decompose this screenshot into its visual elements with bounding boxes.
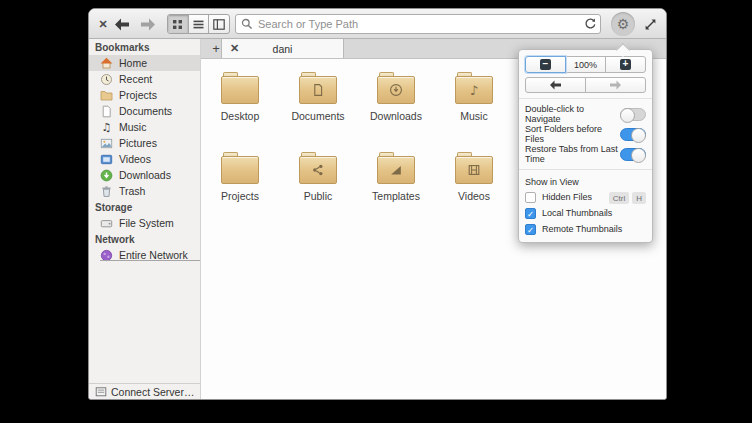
folder-label: Documents <box>291 110 344 122</box>
local-thumbnails-checkbox[interactable] <box>525 208 536 219</box>
list-view-button[interactable] <box>189 15 210 33</box>
folder-label: Templates <box>372 190 420 202</box>
zoom-out-button[interactable]: − <box>525 56 566 73</box>
sidebar-item-label: Videos <box>119 153 151 165</box>
zoom-in-button[interactable]: + <box>605 56 646 73</box>
remote-thumbnails-checkbox[interactable] <box>525 224 536 235</box>
folder-item-downloads[interactable]: Downloads <box>357 70 435 150</box>
tab-title: dani <box>222 39 343 58</box>
zoom-in-icon: + <box>620 59 631 70</box>
column-view-icon <box>213 19 225 30</box>
folder-grid: Desktop Documents <box>201 70 513 230</box>
folder-icon <box>299 152 337 184</box>
folder-label: Music <box>460 110 487 122</box>
folder-item-desktop[interactable]: Desktop <box>201 70 279 150</box>
folder-label: Videos <box>458 190 490 202</box>
search-placeholder: Search or Type Path <box>258 18 580 30</box>
column-view-button[interactable] <box>209 15 229 33</box>
sidebar-item-file-system[interactable]: File System <box>89 215 200 231</box>
picture-icon <box>100 137 113 150</box>
file-manager-window: ✕ <box>88 8 667 400</box>
double-click-navigate-switch[interactable] <box>620 108 646 121</box>
sidebar-item-projects[interactable]: Projects <box>89 87 200 103</box>
toggle-label: Restore Tabs from Last Time <box>525 144 620 164</box>
kbd-h: H <box>632 192 646 204</box>
tab-close-button[interactable]: ✕ <box>230 39 239 58</box>
folder-icon <box>455 152 493 184</box>
folder-icon: ♪ <box>455 72 493 104</box>
folder-item-projects[interactable]: Projects <box>201 150 279 230</box>
clock-icon <box>100 73 113 86</box>
sidebar-item-home[interactable]: Home <box>89 55 200 71</box>
hidden-files-checkbox[interactable] <box>525 192 536 203</box>
sidebar-item-label: Projects <box>119 89 157 101</box>
expand-icon <box>643 17 658 32</box>
sidebar-item-documents[interactable]: Documents <box>89 103 200 119</box>
folder-item-videos[interactable]: Videos <box>435 150 513 230</box>
restore-tabs-switch[interactable] <box>620 148 646 161</box>
sidebar-item-label: Trash <box>119 185 145 197</box>
checkbox-label: Remote Thumbnails <box>542 224 646 234</box>
document-icon <box>100 105 113 118</box>
sidebar-item-label: Recent <box>119 73 152 85</box>
film-emblem-icon <box>466 162 482 178</box>
show-in-view-header: Show in View <box>525 175 646 189</box>
folder-icon <box>377 152 415 184</box>
forward-button[interactable] <box>139 17 157 31</box>
sidebar-item-pictures[interactable]: Pictures <box>89 135 200 151</box>
hidden-files-row: Hidden Files CtrlH <box>525 189 646 205</box>
popover-separator <box>519 98 652 99</box>
sidebar-item-music[interactable]: ♫ Music <box>89 119 200 135</box>
checkbox-label: Hidden Files <box>542 192 603 202</box>
toggle-label: Double-click to Navigate <box>525 104 620 124</box>
sidebar-item-trash[interactable]: Trash <box>89 183 200 199</box>
kbd-ctrl: Ctrl <box>609 192 629 204</box>
download-icon <box>100 169 113 182</box>
sort-folders-switch[interactable] <box>620 128 646 141</box>
music-emblem-icon: ♪ <box>470 84 478 97</box>
sidebar-item-videos[interactable]: Videos <box>89 151 200 167</box>
restore-tabs-row: Restore Tabs from Last Time <box>525 144 646 164</box>
hard-drive-icon <box>100 217 113 230</box>
back-button[interactable] <box>113 17 131 31</box>
video-icon <box>100 153 113 166</box>
folder-label: Public <box>304 190 333 202</box>
folder-item-documents[interactable]: Documents <box>279 70 357 150</box>
disk-usage-bar <box>100 260 200 261</box>
sidebar-header-bookmarks: Bookmarks <box>89 39 200 55</box>
music-note-icon: ♫ <box>100 121 113 134</box>
folder-icon <box>100 89 113 102</box>
grid-view-icon <box>172 19 183 30</box>
trash-icon <box>100 185 113 198</box>
home-icon <box>100 57 113 70</box>
folder-item-public[interactable]: Public <box>279 150 357 230</box>
sidebar-header-storage: Storage <box>89 199 200 215</box>
sidebar-item-label: Downloads <box>119 169 171 181</box>
settings-menu-button[interactable]: ⚙ <box>611 12 635 36</box>
folder-item-music[interactable]: ♪ Music <box>435 70 513 150</box>
folder-item-templates[interactable]: Templates <box>357 150 435 230</box>
folder-label: Desktop <box>221 110 260 122</box>
folder-icon <box>377 72 415 104</box>
forward-arrow-icon <box>140 18 156 31</box>
grid-view-button[interactable] <box>168 15 189 33</box>
back-arrow-icon <box>549 80 562 90</box>
refresh-button[interactable] <box>580 15 600 33</box>
gear-icon: ⚙ <box>617 17 630 31</box>
toolbar: ✕ <box>89 9 666 39</box>
tab-dani[interactable]: dani ✕ <box>221 39 344 58</box>
server-icon <box>94 385 107 398</box>
folder-icon <box>299 72 337 104</box>
forward-arrow-icon <box>609 80 622 90</box>
connect-server-button[interactable]: Connect Server… <box>89 383 200 399</box>
popover-back-button[interactable] <box>525 77 586 93</box>
popover-separator <box>519 169 652 170</box>
window-close-button[interactable]: ✕ <box>96 17 110 31</box>
toggle-label: Sort Folders before Files <box>525 124 620 144</box>
share-emblem-icon <box>310 162 326 178</box>
fullscreen-button[interactable] <box>641 16 659 32</box>
sidebar-item-downloads[interactable]: Downloads <box>89 167 200 183</box>
popover-forward-button[interactable] <box>585 77 646 93</box>
sidebar-item-recent[interactable]: Recent <box>89 71 200 87</box>
search-input[interactable]: Search or Type Path <box>235 14 601 34</box>
